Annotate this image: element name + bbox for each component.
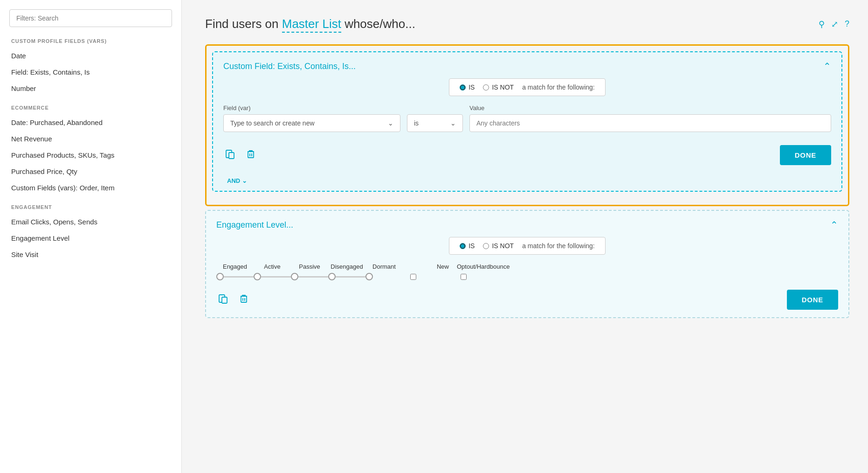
engagement-collapse-icon[interactable]: ⌃ [830,219,838,230]
slider-thumb-3[interactable] [328,273,336,280]
engagement-copy-icon [218,293,228,304]
eng-label-active: Active [254,263,291,270]
svg-rect-4 [222,297,227,303]
eng-optout-checkbox-col [440,274,487,280]
field-var-label: Field (var) [223,104,400,111]
sidebar-item-field-exists[interactable]: Field: Exists, Contains, Is [0,64,181,80]
master-list-link[interactable]: Master List [282,17,341,33]
engagement-delete-button[interactable] [237,292,251,308]
page-title: Find users on Master List whose/who... [205,17,415,31]
slider-thumb-4[interactable] [365,273,373,280]
eng-is-not-radio[interactable] [483,243,489,249]
sidebar-item-purchased-products[interactable]: Purchased Products, SKUs, Tags [0,147,181,163]
title-prefix: Find users on [205,17,282,31]
sidebar-item-custom-fields-order[interactable]: Custom Fields (vars): Order, Item [0,180,181,196]
engagement-slider[interactable] [216,273,373,280]
engagement-levels-container: Engaged Active Passive Disengaged Dorman… [206,263,848,285]
eng-new-checkbox[interactable] [410,274,416,280]
is-not-label: IS NOT [492,83,514,91]
sidebar-item-net-revenue[interactable]: Net Revenue [0,131,181,147]
slider-track-3 [336,276,365,278]
sidebar-section-label-ecommerce: ECOMMERCE [0,105,181,114]
eng-is-not-radio-label[interactable]: IS NOT [483,242,514,250]
slider-track-2 [298,276,328,278]
sidebar-item-site-visit[interactable]: Site Visit [0,246,181,263]
field-value-input[interactable] [469,114,831,132]
engagement-controls-row [216,273,838,280]
is-radio-label[interactable]: IS [460,83,475,91]
field-value-col: Value [469,104,831,132]
eng-is-radio[interactable] [460,243,466,249]
engagement-labels-row: Engaged Active Passive Disengaged Dorman… [216,263,838,270]
slider-thumb-1[interactable] [254,273,261,280]
pin-icon[interactable]: ⚲ [819,19,825,29]
custom-field-card-title: Custom Field: Exists, Contains, Is... [223,62,356,71]
custom-field-card: Custom Field: Exists, Contains, Is... ⌃ … [212,51,842,192]
main-content: Find users on Master List whose/who... ⚲… [182,0,868,473]
custom-field-delete-button[interactable] [244,147,258,164]
slider-track-1 [261,276,291,278]
sidebar-section-engagement: ENGAGEMENT Email Clicks, Opens, Sends En… [0,204,181,263]
custom-field-copy-button[interactable] [223,147,237,164]
sidebar-section-label-engagement: ENGAGEMENT [0,204,181,214]
eng-new-checkbox-col [399,274,427,280]
eng-label-passive: Passive [291,263,328,270]
field-operator-chevron-icon: ⌄ [450,119,456,127]
eng-label-new: New [429,263,457,270]
sidebar-item-purchased-price[interactable]: Purchased Price, Qty [0,163,181,180]
is-not-radio[interactable] [483,84,489,90]
custom-field-action-row: DONE [213,140,841,173]
sidebar: CUSTOM PROFILE FIELDS (VARS) Date Field:… [0,0,182,473]
sidebar-item-number[interactable]: Number [0,80,181,97]
search-input[interactable] [9,9,172,27]
engagement-action-row: DONE [206,285,848,317]
custom-field-match-row: IS IS NOT a match for the following: [213,78,841,96]
title-suffix: whose/who... [341,17,415,31]
sidebar-item-date[interactable]: Date [0,48,181,64]
engagement-level-card: Engagement Level... ⌃ IS IS NOT a match … [205,210,849,318]
expand-icon[interactable]: ⤢ [831,19,838,29]
copy-icon [225,149,235,159]
field-var-chevron-icon: ⌄ [388,119,393,127]
slider-thumb-2[interactable] [291,273,298,280]
engagement-copy-button[interactable] [216,292,230,308]
orange-focus-box: Custom Field: Exists, Contains, Is... ⌃ … [205,44,849,206]
is-radio[interactable] [460,84,466,90]
eng-label-dormant: Dormant [365,263,403,270]
engagement-card-header: Engagement Level... ⌃ [206,211,848,237]
custom-field-done-button[interactable]: DONE [780,145,831,165]
custom-field-match-pill: IS IS NOT a match for the following: [449,78,606,96]
eng-label-optout: Optout/Hardbounce [457,263,503,270]
sidebar-item-date-purchased[interactable]: Date: Purchased, Abandoned [0,114,181,131]
field-var-select[interactable]: Type to search or create new ⌄ [223,114,400,132]
engagement-match-row: IS IS NOT a match for the following: [206,237,848,255]
field-var-placeholder: Type to search or create new [230,119,315,127]
sidebar-section-label-custom: CUSTOM PROFILE FIELDS (VARS) [0,38,181,48]
svg-rect-1 [248,152,254,158]
slider-thumb-0[interactable] [216,273,224,280]
sidebar-section-custom-profile: CUSTOM PROFILE FIELDS (VARS) Date Field:… [0,38,181,97]
eng-is-not-label: IS NOT [492,242,514,250]
header-icons: ⚲ ⤢ ? [819,19,849,29]
trash-icon [246,149,256,159]
field-value-label: Value [469,104,831,111]
is-not-radio-label[interactable]: IS NOT [483,83,514,91]
custom-field-collapse-icon[interactable]: ⌃ [823,61,831,72]
engagement-card-title: Engagement Level... [216,220,293,230]
engagement-done-button[interactable]: DONE [787,290,838,310]
sidebar-item-email-clicks[interactable]: Email Clicks, Opens, Sends [0,214,181,230]
field-var-col: Field (var) Type to search or create new… [223,104,400,132]
svg-rect-0 [229,153,234,159]
field-operator-label [407,104,463,111]
eng-is-radio-label[interactable]: IS [460,242,475,250]
eng-label-engaged: Engaged [216,263,254,270]
field-operator-col: is ⌄ [407,104,463,132]
eng-optout-checkbox[interactable] [461,274,467,280]
field-operator-value: is [414,119,419,127]
and-button[interactable]: AND ⌄ [223,175,251,186]
match-suffix: a match for the following: [522,83,595,91]
field-operator-select[interactable]: is ⌄ [407,114,463,132]
sidebar-item-engagement-level[interactable]: Engagement Level [0,230,181,246]
help-icon[interactable]: ? [845,19,849,29]
engagement-icon-actions [216,292,251,308]
